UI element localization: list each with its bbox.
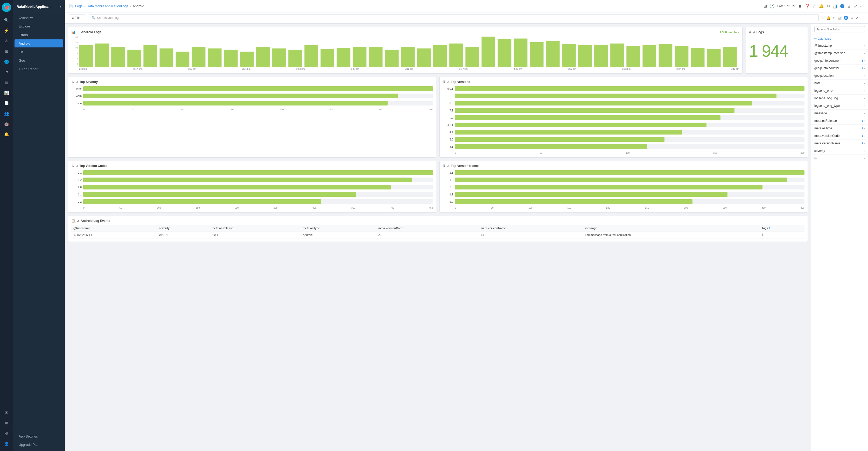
log-count-title: # ⊿ Logs: [749, 30, 804, 34]
version-44-row: 4.4: [443, 130, 804, 134]
fields-filter-input[interactable]: [814, 26, 865, 32]
add-report-button[interactable]: + Add Report: [14, 65, 63, 73]
nodes-icon[interactable]: ⊕: [2, 418, 11, 428]
alert-icon[interactable]: 🔔: [2, 130, 11, 139]
refresh-icon[interactable]: ↻: [792, 4, 796, 8]
severity-error-fill: [83, 86, 433, 91]
filters-button[interactable]: ≡ Filters: [69, 14, 86, 21]
chevron-right-icon: ›: [864, 149, 865, 152]
android-logs-title: 📊 ⊿ Android Logs 1 950 matches: [71, 30, 739, 34]
svg-rect-9: [224, 50, 238, 67]
filter-badge: 0: [844, 16, 848, 20]
field-logsene-error[interactable]: logsene_error ›: [811, 87, 868, 95]
apps-icon[interactable]: ⊞: [764, 4, 767, 8]
field-severity[interactable]: severity ›: [811, 147, 868, 155]
star-icon[interactable]: ☆: [812, 4, 816, 8]
info-icon: ℹ: [862, 119, 863, 123]
lightning-icon[interactable]: ⚡: [2, 26, 11, 35]
top-version-names-title: ⇅ ⊿ Top Version Names: [443, 164, 804, 168]
settings-icon[interactable]: ⚙: [2, 429, 11, 438]
row-expand-icon[interactable]: ⇅: [73, 233, 76, 237]
pause-icon[interactable]: ⏸: [798, 4, 802, 8]
sidebar-item-ios[interactable]: iOS: [14, 48, 63, 56]
svg-rect-28: [530, 42, 544, 67]
col-versionname: meta.versionName: [478, 225, 583, 231]
field-host[interactable]: host ›: [811, 79, 868, 87]
chart-icon[interactable]: 📊: [2, 88, 11, 97]
field-geoip-continent[interactable]: geoip.info.continent ℹ ›: [811, 57, 868, 65]
users-icon[interactable]: 👥: [2, 109, 11, 118]
user-icon[interactable]: 👤: [2, 439, 11, 448]
matches-count: 1 950 matches: [720, 31, 739, 34]
chevron-right-icon: ›: [864, 97, 865, 100]
field-timestamp[interactable]: @timestamp ›: [811, 42, 868, 50]
field-meta-versioncode[interactable]: meta.versionCode ℹ ›: [811, 132, 868, 140]
field-geoip-country[interactable]: geoip.info.country ℹ ›: [811, 65, 868, 72]
document-icon[interactable]: 📄: [2, 98, 11, 108]
field-meta-versionname[interactable]: meta.versionName ℹ ›: [811, 140, 868, 147]
svg-rect-29: [546, 41, 560, 67]
top-bar: 📄 Logs › RafalMobileApplicationLogs › An…: [65, 0, 868, 12]
top-versions-title: ⇅ ⊿ Top Versions: [443, 80, 804, 84]
bell-icon[interactable]: 🔔: [819, 4, 824, 8]
sidebar-item-explore[interactable]: Explore: [14, 22, 63, 30]
flag-icon[interactable]: ⚑: [2, 67, 11, 77]
field-meta-ostype[interactable]: meta.osType ℹ ›: [811, 125, 868, 132]
cell-ostype: Android: [301, 231, 376, 238]
screen-filter-icon[interactable]: 🖥: [850, 16, 854, 20]
field-logsene-orig-type[interactable]: logsene_orig_type ›: [811, 102, 868, 110]
sort-icon-v: ⇅: [443, 80, 445, 84]
layers-icon[interactable]: ▤: [2, 78, 11, 87]
svg-rect-12: [272, 49, 286, 67]
breadcrumb-logs[interactable]: Logs: [75, 4, 83, 8]
field-meta-osrelease[interactable]: meta.osRelease ℹ ›: [811, 117, 868, 125]
field-message[interactable]: message ›: [811, 110, 868, 117]
severity-warn-row: warn: [71, 94, 433, 98]
field-ts[interactable]: ts ›: [811, 155, 868, 162]
email-icon[interactable]: ✉: [827, 4, 830, 8]
sidebar-item-android[interactable]: Android: [14, 39, 63, 47]
more-icon[interactable]: ⋯: [860, 4, 864, 8]
svg-rect-1: [95, 43, 109, 67]
mail-icon[interactable]: ✉: [2, 408, 11, 417]
search-icon[interactable]: 🔍: [2, 15, 11, 25]
info-icon: ℹ: [862, 59, 863, 62]
sidebar-item-overview[interactable]: Overview: [14, 14, 63, 22]
y-label-50: 50: [75, 36, 78, 38]
svg-rect-21: [417, 49, 431, 67]
expand-filter-icon[interactable]: ⤢: [856, 16, 859, 20]
search-box[interactable]: 🔍 Search your logs: [89, 14, 819, 21]
expand-icon[interactable]: ⤢: [854, 4, 857, 8]
mail-filter-icon[interactable]: ✉: [833, 16, 836, 20]
chart-filter-icon[interactable]: 📊: [838, 16, 842, 20]
app-header[interactable]: RafalMobileApplica... ▾: [13, 2, 65, 11]
field-logsene-orig-log[interactable]: logsene_orig_log ›: [811, 95, 868, 102]
version-10-row: 10: [443, 115, 804, 120]
app-name: RafalMobileApplica...: [17, 5, 51, 8]
svg-rect-40: [723, 47, 737, 67]
field-timestamp-received[interactable]: @timestamp_received ›: [811, 50, 868, 57]
field-geoip-location[interactable]: geoip.location ›: [811, 72, 868, 79]
info-icon: ℹ: [862, 134, 863, 138]
sidebar-item-errors[interactable]: Errors: [14, 31, 63, 39]
hash-icon: #: [749, 30, 751, 34]
grid-icon[interactable]: ⊞: [2, 47, 11, 56]
report-icon[interactable]: 📊: [833, 4, 838, 8]
breadcrumb-app-logs[interactable]: RafalMobileApplicationLogs: [87, 4, 128, 8]
breadcrumb-current: Android: [132, 4, 144, 8]
star-filter-icon[interactable]: ☆: [822, 16, 825, 20]
version-9-row: 9: [443, 94, 804, 98]
robot-icon[interactable]: 🤖: [2, 119, 11, 129]
sidebar-item-app-settings[interactable]: App Settings: [14, 432, 63, 440]
bell-filter-icon[interactable]: 🔔: [827, 16, 831, 20]
screen-icon[interactable]: 🖥: [847, 4, 851, 8]
help-icon[interactable]: ❓: [805, 4, 810, 8]
sidebar-item-upgrade-plan[interactable]: Upgrade Plan: [14, 441, 63, 449]
error-icon[interactable]: ⚠: [2, 36, 11, 45]
sidebar-item-geo[interactable]: Geo: [14, 57, 63, 65]
edit-fields-button[interactable]: ✏ Edit Fields: [811, 35, 868, 42]
globe-icon[interactable]: 🌐: [2, 57, 11, 66]
svg-rect-0: [79, 45, 93, 67]
app-logo[interactable]: 🐙: [2, 3, 11, 12]
more-filter-icon[interactable]: ⋯: [861, 16, 864, 20]
